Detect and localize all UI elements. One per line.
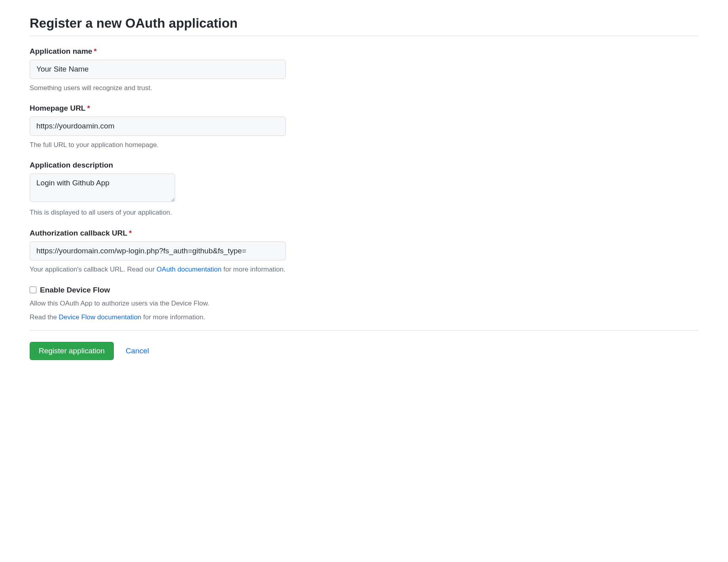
app-name-group: Application name* Something users will r…	[30, 47, 698, 93]
homepage-url-hint: The full URL to your application homepag…	[30, 140, 698, 150]
device-flow-checkbox[interactable]	[30, 287, 36, 293]
required-asterisk-icon: *	[129, 229, 132, 237]
app-description-group: Application description Login with Githu…	[30, 161, 698, 218]
device-flow-checkbox-row: Enable Device Flow	[30, 286, 698, 294]
callback-url-hint-before: Your application's callback URL. Read ou…	[30, 266, 157, 273]
app-description-hint: This is displayed to all users of your a…	[30, 207, 698, 218]
callback-url-label: Authorization callback URL*	[30, 229, 698, 238]
device-flow-hint-2: Read the Device Flow documentation for m…	[30, 312, 698, 322]
page-title: Register a new OAuth application	[30, 16, 698, 36]
app-description-label-text: Application description	[30, 161, 113, 169]
register-application-button[interactable]: Register application	[30, 342, 114, 360]
homepage-url-label-text: Homepage URL	[30, 104, 85, 112]
cancel-button[interactable]: Cancel	[126, 347, 149, 355]
device-flow-hint-2-after: for more information.	[141, 313, 206, 321]
homepage-url-input[interactable]	[30, 117, 286, 136]
device-flow-group: Enable Device Flow Allow this OAuth App …	[30, 286, 698, 322]
homepage-url-group: Homepage URL* The full URL to your appli…	[30, 104, 698, 150]
callback-url-label-text: Authorization callback URL	[30, 229, 127, 237]
callback-url-hint: Your application's callback URL. Read ou…	[30, 264, 698, 275]
callback-url-hint-after: for more information.	[222, 266, 286, 273]
homepage-url-label: Homepage URL*	[30, 104, 698, 113]
app-name-hint: Something users will recognize and trust…	[30, 83, 698, 93]
app-description-label: Application description	[30, 161, 698, 170]
required-asterisk-icon: *	[87, 104, 90, 112]
form-divider	[30, 330, 698, 331]
callback-url-group: Authorization callback URL* Your applica…	[30, 229, 698, 275]
device-flow-documentation-link[interactable]: Device Flow documentation	[59, 313, 141, 321]
app-name-input[interactable]	[30, 60, 286, 79]
oauth-documentation-link[interactable]: OAuth documentation	[157, 266, 221, 273]
app-name-label-text: Application name	[30, 47, 92, 55]
device-flow-hint-2-before: Read the	[30, 313, 59, 321]
required-asterisk-icon: *	[94, 47, 96, 55]
button-row: Register application Cancel	[30, 342, 698, 360]
device-flow-hint-1: Allow this OAuth App to authorize users …	[30, 298, 698, 309]
callback-url-input[interactable]	[30, 241, 286, 261]
app-name-label: Application name*	[30, 47, 698, 56]
device-flow-label: Enable Device Flow	[40, 286, 110, 294]
app-description-textarea[interactable]: Login with Github App	[30, 174, 175, 202]
